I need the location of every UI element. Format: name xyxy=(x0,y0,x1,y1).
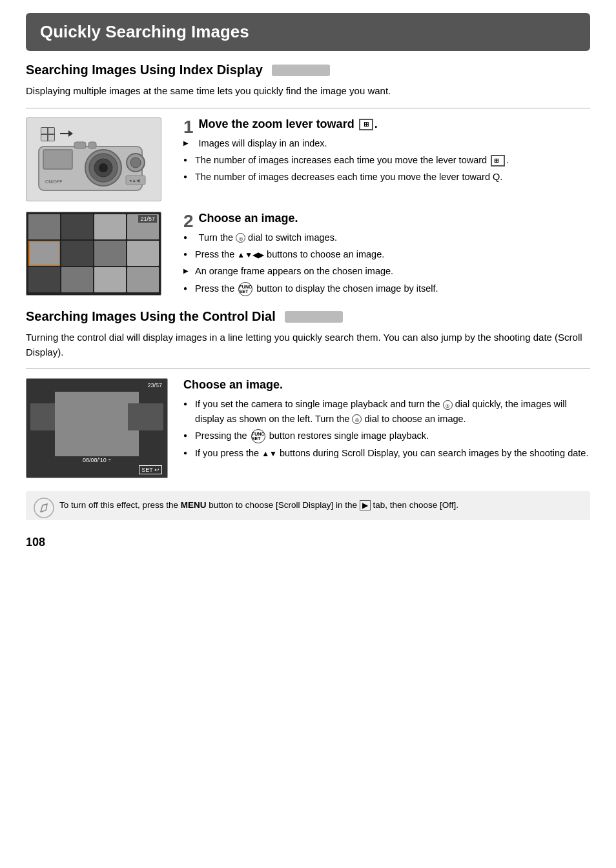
section2-bullet-2: Pressing the FUNCSET button restores sin… xyxy=(183,429,590,443)
scroll-set-button: SET ↩ xyxy=(139,465,162,474)
note-pencil-icon xyxy=(34,498,54,518)
step1-bullet-3: The number of images decreases each time… xyxy=(183,170,590,184)
step1-heading: Move the zoom lever toward ⊞. xyxy=(183,117,590,131)
func-icon-1: FUNCSET xyxy=(238,282,252,296)
scroll-counter: 23/57 xyxy=(147,382,162,389)
svg-point-13 xyxy=(130,157,141,168)
section2-bullets: If you set the camera to single image pl… xyxy=(183,397,590,461)
playback-icon: ▶ xyxy=(360,500,371,510)
note-box: To turn off this effect, press the MENU … xyxy=(26,491,590,520)
svg-rect-3 xyxy=(41,135,47,141)
svg-point-10 xyxy=(99,163,108,172)
step2-bullet-2: Press the ▲▼◀▶ buttons to choose an imag… xyxy=(183,247,590,261)
cell-1 xyxy=(28,214,60,239)
section2-bullet-3: If you press the ▲▼ buttons during Scrol… xyxy=(183,446,590,460)
step2-heading: Choose an image. xyxy=(183,212,590,225)
step2-content: 2 Choose an image. Turn the ◎ dial to sw… xyxy=(183,212,590,299)
zoom-icon: ⊞ xyxy=(359,119,373,130)
cell-5 xyxy=(28,241,60,266)
cell-9 xyxy=(28,267,60,292)
section2-desc: Turning the control dial will display im… xyxy=(26,330,590,359)
camera-svg: ON/OFF ●▲◀ xyxy=(36,124,152,195)
section2-title: Searching Images Using the Control Dial xyxy=(26,309,276,324)
divider2 xyxy=(26,368,590,369)
section2-bullet-1: If you set the camera to single image pl… xyxy=(183,397,590,426)
cell-8 xyxy=(127,241,159,266)
svg-rect-16 xyxy=(74,142,86,148)
svg-point-18 xyxy=(34,498,54,518)
step1-bullets: Images will display in an index. The num… xyxy=(183,136,590,185)
index-counter: 21/57 xyxy=(138,215,157,223)
cell-12 xyxy=(127,267,159,292)
svg-text:ON/OFF: ON/OFF xyxy=(45,179,62,184)
step2-bullet-3: An orange frame appears on the chosen im… xyxy=(183,264,590,278)
step1-number: 1 xyxy=(183,117,194,137)
step1-bullet-2: The number of images increases each time… xyxy=(183,153,590,167)
svg-rect-2 xyxy=(48,128,54,134)
cell-10 xyxy=(61,267,93,292)
svg-rect-6 xyxy=(43,150,72,169)
index-grid: 21/57 xyxy=(26,212,161,296)
up-down-arrows: ▲▼ xyxy=(262,449,277,458)
step1-image: ON/OFF ●▲◀ xyxy=(26,117,168,201)
section2-image: 23/57 08/08/'10 ÷ SET ↩ xyxy=(26,378,168,478)
section1-header: Searching Images Using Index Display xyxy=(26,63,590,77)
arrows-icon: ▲▼◀▶ xyxy=(237,250,264,259)
step2-row: 21/57 2 Choose an image. Turn the ◎ dial… xyxy=(26,212,590,299)
section2-step-row: 23/57 08/08/'10 ÷ SET ↩ Choose an image.… xyxy=(26,378,590,478)
step1-row: ON/OFF ●▲◀ 1 Move the zoom lever toward … xyxy=(26,117,590,201)
cell-2 xyxy=(61,214,93,239)
page-number: 108 xyxy=(26,536,590,549)
svg-rect-17 xyxy=(88,142,96,148)
cell-6 xyxy=(61,241,93,266)
step1-bullet-1: Images will display in an index. xyxy=(183,136,590,150)
scroll-date: 08/08/'10 ÷ xyxy=(83,457,111,463)
page: Quickly Searching Images Searching Image… xyxy=(0,0,616,868)
func-icon-2: FUNCSET xyxy=(251,429,265,443)
section1-title: Searching Images Using Index Display xyxy=(26,63,263,77)
svg-rect-4 xyxy=(48,135,54,141)
step2-bullet-4: Press the FUNCSET button to display the … xyxy=(183,281,590,296)
svg-rect-1 xyxy=(41,128,47,134)
step2-number: 2 xyxy=(183,212,194,232)
section2-header: Searching Images Using the Control Dial xyxy=(26,309,590,324)
cell-11 xyxy=(94,267,126,292)
page-title: Quickly Searching Images xyxy=(26,13,590,51)
step2-bullets: Turn the ◎ dial to switch images. Press … xyxy=(183,230,590,297)
scroll-main-image xyxy=(55,392,139,456)
zoom-icon-2: ⊞ xyxy=(491,155,505,167)
section2-content: Choose an image. If you set the camera t… xyxy=(183,378,590,463)
note-text: To turn off this effect, press the MENU … xyxy=(59,500,458,510)
divider1 xyxy=(26,108,590,108)
svg-text:●▲◀: ●▲◀ xyxy=(129,178,140,183)
cell-3 xyxy=(94,214,126,239)
step1-content: 1 Move the zoom lever toward ⊞. Images w… xyxy=(183,117,590,187)
scroll-thumb-right xyxy=(128,403,163,430)
cell-7 xyxy=(94,241,126,266)
step2-image: 21/57 xyxy=(26,212,168,296)
section2-step-heading: Choose an image. xyxy=(183,378,590,392)
section1-desc: Displaying multiple images at the same t… xyxy=(26,84,590,99)
dial-icon-3: ◎ xyxy=(352,414,362,424)
step2-bullet-1: Turn the ◎ dial to switch images. xyxy=(183,230,590,245)
section1-bar xyxy=(272,65,330,76)
dial-icon-1: ◎ xyxy=(236,233,245,243)
section2-bar xyxy=(285,311,343,323)
dial-icon-2: ◎ xyxy=(443,400,453,410)
camera-illustration: ON/OFF ●▲◀ xyxy=(26,117,161,201)
scroll-display: 23/57 08/08/'10 ÷ SET ↩ xyxy=(26,378,168,478)
